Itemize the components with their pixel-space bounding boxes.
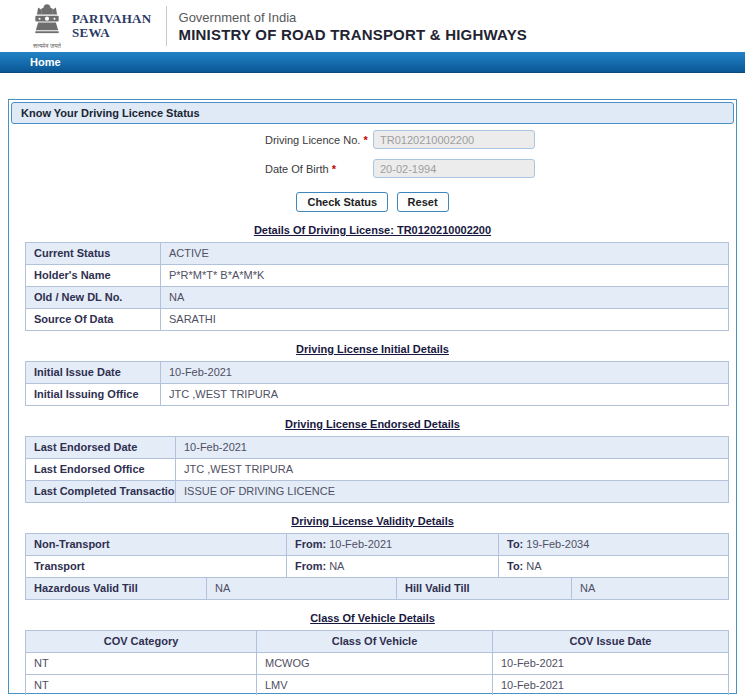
validity-details-table: Non-Transport From:10-Feb-2021 To:19-Feb…	[25, 533, 729, 600]
row-value: 10-Feb-2021	[176, 437, 729, 459]
class-of-vehicle-cell: MCWOG	[257, 653, 493, 675]
cov-issue-date-cell: 10-Feb-2021	[493, 675, 729, 695]
ashoka-emblem-icon	[33, 3, 61, 39]
row-value: JTC ,WEST TRIPURA	[161, 384, 729, 406]
row-label: Current Status	[26, 243, 161, 265]
required-asterisk: *	[363, 134, 367, 146]
table-row: Current Status ACTIVE	[26, 243, 729, 265]
parivahan-sewa-logo: PARIVAHAN SEWA	[72, 12, 152, 40]
cov-section-title: Class Of Vehicle Details	[9, 612, 736, 624]
validity-from-cell: From:NA	[286, 556, 498, 577]
table-row: NT LMV 10-Feb-2021	[26, 675, 729, 695]
row-label: Initial Issuing Office	[26, 384, 161, 406]
from-label: From:	[295, 560, 326, 572]
row-label: Transport	[26, 556, 286, 577]
table-row: Last Completed Transaction ISSUE OF DRIV…	[26, 481, 729, 503]
row-value: P*R*M*T* B*A*M*K	[161, 265, 729, 287]
cov-header-row: COV Category Class Of Vehicle COV Issue …	[26, 631, 729, 653]
table-row: Old / New DL No. NA	[26, 287, 729, 309]
class-of-vehicle-header: Class Of Vehicle	[257, 631, 493, 653]
reset-button[interactable]: Reset	[397, 192, 449, 212]
table-row: Holder's Name P*R*M*T* B*A*M*K	[26, 265, 729, 287]
dl-number-row: Driving Licence No. *	[265, 130, 736, 149]
to-label: To:	[507, 560, 523, 572]
from-label: From:	[295, 538, 326, 550]
row-label: Old / New DL No.	[26, 287, 161, 309]
cov-category-cell: NT	[26, 653, 257, 675]
row-value: NA	[161, 287, 729, 309]
row-value: SARATHI	[161, 309, 729, 331]
cov-category-cell: NT	[26, 675, 257, 695]
hill-label: Hill Valid Till	[396, 578, 571, 599]
ashoka-emblem: सत्यमेव जयते	[30, 3, 64, 49]
from-value: NA	[329, 560, 344, 572]
table-row: Last Endorsed Date 10-Feb-2021	[26, 437, 729, 459]
cov-issue-date-header: COV Issue Date	[493, 631, 729, 653]
check-status-button[interactable]: Check Status	[296, 192, 388, 212]
dob-input[interactable]	[373, 159, 535, 178]
ministry-title: MINISTRY OF ROAD TRANSPORT & HIGHWAYS	[179, 26, 528, 43]
hazardous-label: Hazardous Valid Till	[26, 578, 206, 599]
dob-label-text: Date Of Birth	[265, 163, 332, 175]
row-label: Holder's Name	[26, 265, 161, 287]
table-row: Transport From:NA To:NA	[26, 555, 728, 577]
validity-section-title: Driving License Validity Details	[9, 515, 736, 527]
dl-details-table: Current Status ACTIVE Holder's Name P*R*…	[25, 242, 729, 331]
dl-number-input[interactable]	[373, 130, 535, 149]
form-buttons-row: Check Status Reset	[9, 192, 736, 212]
details-section-title: Details Of Driving License: TR0120210002…	[9, 224, 736, 236]
validity-to-cell: To:NA	[498, 556, 728, 577]
table-row: NT MCWOG 10-Feb-2021	[26, 653, 729, 675]
required-asterisk: *	[332, 163, 336, 175]
hazardous-value: NA	[206, 578, 396, 599]
to-value: NA	[526, 560, 541, 572]
endorsed-section-title: Driving License Endorsed Details	[9, 418, 736, 430]
to-label: To:	[507, 538, 523, 550]
table-row: Hazardous Valid Till NA Hill Valid Till …	[26, 577, 728, 599]
initial-section-title: Driving License Initial Details	[9, 343, 736, 355]
validity-to-cell: To:19-Feb-2034	[498, 534, 728, 555]
row-value: ISSUE OF DRIVING LICENCE	[176, 481, 729, 503]
cov-category-header: COV Category	[26, 631, 257, 653]
dob-label: Date Of Birth *	[265, 163, 373, 175]
dl-number-label: Driving Licence No. *	[265, 134, 373, 146]
row-value: ACTIVE	[161, 243, 729, 265]
hill-value: NA	[571, 578, 728, 599]
row-label: Non-Transport	[26, 534, 286, 555]
row-value: 10-Feb-2021	[161, 362, 729, 384]
endorsed-details-table: Last Endorsed Date 10-Feb-2021 Last Endo…	[25, 436, 729, 503]
initial-details-table: Initial Issue Date 10-Feb-2021 Initial I…	[25, 361, 729, 406]
table-row: Source Of Data SARATHI	[26, 309, 729, 331]
table-row: Initial Issue Date 10-Feb-2021	[26, 362, 729, 384]
brand-line1: PARIVAHAN	[72, 12, 152, 26]
dl-number-label-text: Driving Licence No.	[265, 134, 363, 146]
row-value: JTC ,WEST TRIPURA	[176, 459, 729, 481]
cov-table: COV Category Class Of Vehicle COV Issue …	[25, 630, 729, 695]
panel-title: Know Your Driving Licence Status	[11, 102, 734, 124]
row-label: Last Endorsed Date	[26, 437, 176, 459]
table-row: Initial Issuing Office JTC ,WEST TRIPURA	[26, 384, 729, 406]
to-value: 19-Feb-2034	[526, 538, 589, 550]
class-of-vehicle-cell: LMV	[257, 675, 493, 695]
table-row: Last Endorsed Office JTC ,WEST TRIPURA	[26, 459, 729, 481]
emblem-caption: सत्यमेव जयते	[30, 43, 64, 49]
row-label: Initial Issue Date	[26, 362, 161, 384]
dl-status-panel: Know Your Driving Licence Status Driving…	[8, 99, 737, 694]
row-label: Last Endorsed Office	[26, 459, 176, 481]
dl-status-form: Driving Licence No. * Date Of Birth * Ch…	[9, 130, 736, 212]
site-header: सत्यमेव जयते PARIVAHAN SEWA Government o…	[0, 0, 745, 52]
main-navbar: Home	[0, 52, 745, 73]
brand-line2: SEWA	[72, 26, 152, 40]
dob-row: Date Of Birth *	[265, 159, 736, 178]
row-label: Source Of Data	[26, 309, 161, 331]
validity-from-cell: From:10-Feb-2021	[286, 534, 498, 555]
cov-issue-date-cell: 10-Feb-2021	[493, 653, 729, 675]
from-value: 10-Feb-2021	[329, 538, 392, 550]
government-title-block: Government of India MINISTRY OF ROAD TRA…	[179, 9, 528, 43]
government-of-india-text: Government of India	[179, 9, 528, 26]
nav-home-link[interactable]: Home	[30, 56, 61, 68]
table-row: Non-Transport From:10-Feb-2021 To:19-Feb…	[26, 534, 728, 555]
header-divider	[166, 6, 167, 46]
row-label: Last Completed Transaction	[26, 481, 176, 503]
